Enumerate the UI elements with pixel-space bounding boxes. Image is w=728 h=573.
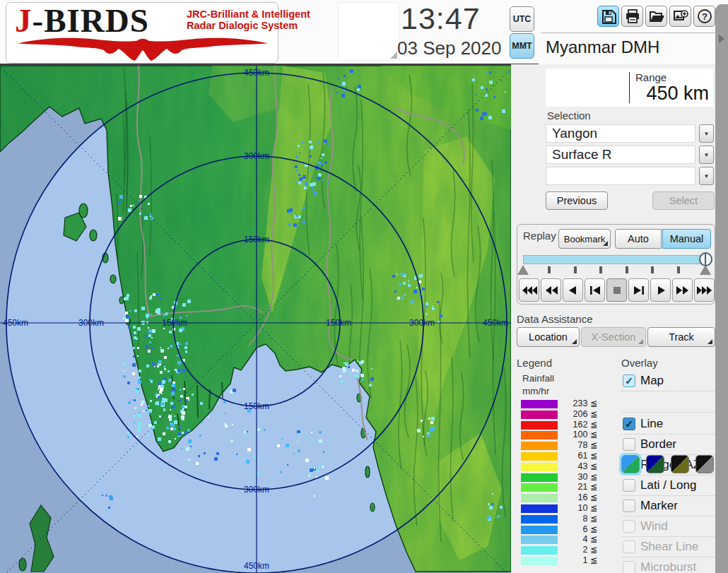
checkbox-marker[interactable] [623, 500, 635, 512]
legend-color-swatch [521, 421, 558, 430]
jbirds-app-window: 150km150km150km150km300km300km300km300km… [0, 0, 728, 573]
legend-label: Legend [517, 357, 552, 369]
play-button[interactable] [650, 278, 671, 302]
svg-text:300km: 300km [78, 318, 104, 328]
forward3-button[interactable] [694, 278, 715, 302]
overlay-item-label: Shear Line [640, 540, 698, 554]
legend-color-swatch [521, 515, 558, 524]
overlay-item-label: Marker [640, 499, 678, 513]
map-style-swatch-1[interactable] [621, 455, 640, 473]
checkbox-border[interactable] [623, 438, 635, 451]
panel-collapse-strip[interactable] [715, 4, 728, 573]
previous-button[interactable]: Previous [546, 191, 608, 210]
legend-unit-line2: mm/hr [522, 386, 549, 396]
selection-dropdown-button-2[interactable]: ▼ [699, 146, 714, 164]
checkbox-line[interactable]: ✓ [623, 418, 635, 430]
overlay-item-label: Microburst [640, 560, 696, 573]
overlay-item-label: Border [640, 437, 676, 451]
resize-grip-icon[interactable] [390, 52, 397, 59]
timezone-button-utc[interactable]: UTC [510, 6, 534, 32]
chevron-down-icon: ▼ [704, 131, 710, 137]
x-section-button[interactable]: X-Section [581, 327, 646, 347]
overlay-item-label: Lati / Long [640, 478, 696, 492]
legend-color-swatch [521, 473, 558, 482]
step-last-button[interactable] [628, 278, 649, 302]
overlay-separator [621, 516, 717, 516]
legend-value: 162 ≦ [560, 420, 597, 430]
overlay-row-map: ✓Map [621, 374, 715, 389]
save-button[interactable] [597, 6, 619, 27]
selection-dropdown-button-1[interactable]: ▼ [699, 124, 714, 143]
selection-dropdown-button-3[interactable]: ▼ [699, 167, 714, 185]
bookmark-button-label: Bookmark [564, 234, 606, 244]
playback-controls [519, 278, 715, 302]
overlay-separator [621, 557, 717, 557]
rewind2-button[interactable] [541, 278, 561, 302]
overlay-separator [621, 391, 717, 392]
jbirds-logo: J-BIRDS JRC-Brilliant & Intelligent Rada… [6, 2, 278, 64]
svg-text:450km: 450km [244, 561, 269, 571]
help-button[interactable]: ? [693, 6, 715, 27]
legend-value: 233 ≦ [560, 398, 597, 408]
svg-text:300km: 300km [244, 485, 269, 495]
play-back-button[interactable] [563, 278, 583, 302]
svg-text:150km: 150km [162, 318, 187, 328]
overlay-separator [621, 495, 717, 496]
overlay-row-marker: Marker [621, 499, 715, 514]
replay-slider-track[interactable] [523, 255, 708, 264]
map-style-icon [647, 456, 664, 473]
overlay-row-microburst: Microburst [621, 560, 715, 573]
rewind3-button[interactable] [519, 278, 539, 302]
select-button[interactable]: Select [652, 191, 715, 210]
replay-group: Replay Bookmark Auto Manual [517, 224, 715, 305]
button-label: Track [669, 331, 694, 343]
folder-button[interactable] [645, 6, 667, 27]
legend-color-swatch [521, 536, 558, 544]
overlay-separator [621, 412, 717, 413]
legend-value: 6 ≦ [560, 524, 597, 534]
seek-start-marker[interactable] [517, 265, 529, 275]
manual-button[interactable]: Manual [662, 229, 711, 249]
selection-field-1[interactable]: Yangon [546, 124, 695, 143]
toolbar: ? [597, 6, 715, 27]
checkbox-lati-long[interactable] [623, 479, 635, 492]
collapse-arrow-icon[interactable] [719, 35, 724, 43]
map-style-icon [671, 456, 688, 473]
stop-icon [609, 285, 626, 295]
title-bar: J-BIRDS JRC-Brilliant & Intelligent Rada… [0, 0, 728, 64]
selection-row-3: ▼ [546, 167, 715, 185]
map-style-swatch-2[interactable] [646, 455, 664, 473]
rewind3-icon [521, 285, 538, 295]
location-button[interactable]: Location [517, 327, 580, 347]
replay-slider-handle[interactable] [699, 252, 712, 266]
selection-row-1: Yangon▼ [546, 124, 715, 143]
image-add-button[interactable] [669, 6, 691, 27]
legend-color-swatch [521, 557, 558, 565]
stop-button[interactable] [606, 278, 627, 302]
track-button[interactable]: Track [647, 327, 715, 347]
selection-field-2[interactable]: Surface R [546, 146, 695, 164]
legend-value: 61 ≦ [560, 451, 597, 461]
slider-tick [574, 266, 577, 273]
map-style-swatch-4[interactable] [695, 455, 714, 473]
radar-map-canvas[interactable]: 150km150km150km150km300km300km300km300km… [0, 66, 511, 573]
seek-end-marker[interactable] [700, 265, 711, 275]
forward3-icon [696, 285, 713, 295]
step-first-button[interactable] [585, 278, 605, 302]
timezone-button-mmt[interactable]: MMT [510, 33, 534, 59]
legend-row: 1 ≦ [521, 557, 613, 567]
print-button[interactable] [621, 6, 643, 27]
bookmark-button[interactable]: Bookmark [558, 229, 611, 249]
map-style-swatch-3[interactable] [671, 455, 689, 473]
overlay-item-label: Wind [640, 519, 668, 533]
data-assistance-label: Data Assistance [517, 313, 593, 325]
selection-field-3[interactable] [546, 167, 695, 185]
help-icon: ? [696, 8, 713, 25]
auto-button[interactable]: Auto [615, 229, 662, 249]
checkbox-map[interactable]: ✓ [623, 374, 635, 387]
print-icon [624, 8, 641, 25]
legend-value: 30 ≦ [560, 472, 597, 482]
logo-wordmark: J-BIRDS [15, 4, 149, 37]
control-panel: Range 450 km Selection Yangon▼Surface R▼… [511, 64, 715, 573]
forward2-button[interactable] [672, 278, 693, 302]
